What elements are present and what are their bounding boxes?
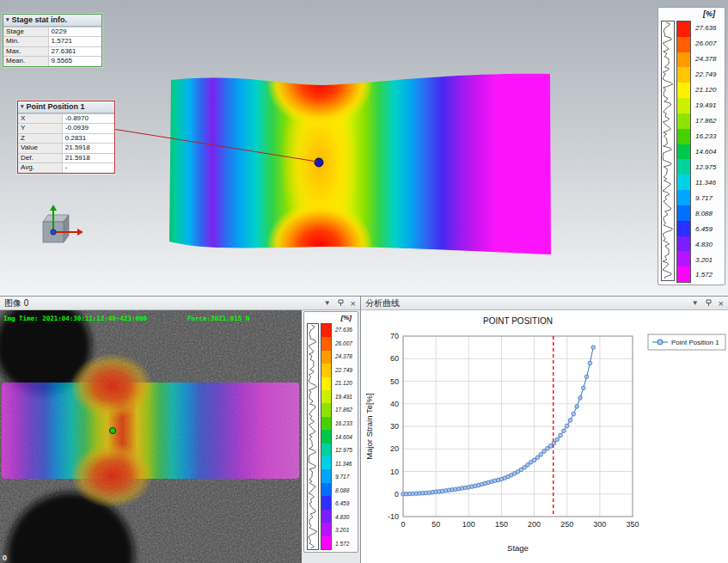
frame-number: 0 bbox=[3, 554, 7, 562]
color-segment bbox=[677, 174, 690, 190]
svg-text:POINT POSITION: POINT POSITION bbox=[483, 316, 553, 326]
stage-stat-titlebar[interactable]: ▾ Stage stat info. bbox=[3, 15, 101, 27]
legend-value: 27.636 bbox=[333, 323, 355, 337]
point-label: Avg. bbox=[18, 163, 63, 173]
legend-value: 6.459 bbox=[333, 497, 355, 511]
point-value: - bbox=[63, 163, 114, 173]
point-row: Y-0.0939 bbox=[18, 123, 114, 133]
svg-text:-10: -10 bbox=[388, 512, 399, 521]
legend-value: 21.120 bbox=[693, 83, 722, 98]
color-segment bbox=[677, 251, 690, 266]
legend-value: 11.346 bbox=[693, 174, 722, 190]
color-segment bbox=[321, 536, 331, 549]
svg-text:350: 350 bbox=[626, 520, 639, 529]
image-panel-titlebar[interactable]: 图像 0 ▼ × bbox=[0, 297, 360, 310]
coordinate-triad-icon[interactable] bbox=[31, 203, 86, 254]
speckle-image bbox=[0, 310, 302, 563]
color-bar bbox=[321, 323, 332, 550]
color-segment bbox=[677, 83, 690, 98]
color-segment bbox=[321, 456, 331, 469]
dropdown-icon[interactable]: ▼ bbox=[692, 299, 699, 307]
legend-value: 4.830 bbox=[693, 236, 722, 252]
svg-text:50: 50 bbox=[431, 520, 440, 529]
color-segment bbox=[321, 351, 331, 364]
color-segment bbox=[677, 21, 690, 37]
3d-strain-view[interactable]: ▾ Stage stat info. Stage0229 Min.1.5721 … bbox=[0, 0, 728, 296]
legend-value: 27.636 bbox=[693, 21, 722, 36]
curve-panel-titlebar[interactable]: 分析曲线 ▼ × bbox=[361, 297, 728, 310]
strain-histogram bbox=[307, 323, 319, 550]
color-segment bbox=[321, 444, 331, 456]
svg-text:150: 150 bbox=[495, 520, 508, 529]
color-segment bbox=[321, 496, 331, 509]
stat-row: Stage0229 bbox=[3, 27, 101, 37]
point-value: -0.8970 bbox=[63, 114, 114, 124]
svg-text:30: 30 bbox=[390, 422, 399, 431]
stat-label: Mean. bbox=[3, 57, 49, 66]
pin-icon[interactable] bbox=[706, 299, 712, 307]
svg-text:100: 100 bbox=[462, 520, 475, 529]
image-point-marker[interactable] bbox=[110, 428, 116, 434]
svg-text:0: 0 bbox=[395, 490, 399, 499]
legend-value: 26.007 bbox=[333, 337, 355, 351]
dropdown-icon[interactable]: ▼ bbox=[324, 299, 331, 307]
close-icon[interactable]: × bbox=[719, 299, 724, 308]
svg-text:Major Strain Te[%]: Major Strain Te[%] bbox=[364, 393, 374, 459]
legend-body: 27.63626.00724.37822.74921.12019.49117.8… bbox=[661, 21, 722, 283]
pin-icon[interactable] bbox=[338, 299, 344, 307]
svg-text:300: 300 bbox=[593, 520, 606, 529]
point-value: 21.5918 bbox=[63, 154, 114, 163]
color-segment bbox=[321, 324, 331, 337]
point-label: Def. bbox=[18, 154, 63, 163]
svg-text:70: 70 bbox=[390, 332, 399, 340]
color-segment bbox=[677, 266, 690, 282]
color-segment bbox=[677, 52, 690, 68]
legend-value: 22.749 bbox=[693, 67, 722, 83]
point-position-titlebar[interactable]: ▾ Point Position 1 bbox=[18, 101, 114, 113]
legend-value: 9.717 bbox=[693, 190, 722, 205]
stat-label: Max. bbox=[3, 47, 49, 57]
legend-value: 14.604 bbox=[693, 144, 722, 160]
legend-value: 24.378 bbox=[693, 52, 722, 67]
color-segment bbox=[321, 377, 331, 390]
close-icon[interactable]: × bbox=[351, 299, 356, 308]
titlebar-buttons: ▼ × bbox=[692, 299, 724, 308]
stat-row: Min.1.5721 bbox=[3, 36, 101, 46]
color-segment bbox=[677, 221, 690, 236]
point-row: Def.21.5918 bbox=[18, 153, 114, 163]
legend-value: 21.120 bbox=[333, 376, 355, 390]
vertical-splitter[interactable] bbox=[360, 297, 361, 563]
legend-value: 17.862 bbox=[693, 113, 722, 129]
collapse-arrow-icon: ▾ bbox=[6, 15, 9, 25]
point-row: Z0.2831 bbox=[18, 133, 114, 144]
legend-value: 3.201 bbox=[333, 523, 355, 537]
measure-point-marker[interactable] bbox=[315, 158, 323, 167]
stat-value: 1.5721 bbox=[49, 37, 101, 46]
legend-unit-label: [%] bbox=[307, 314, 355, 323]
legend-value: 19.491 bbox=[693, 98, 722, 113]
strain-histogram bbox=[661, 21, 675, 281]
color-segment bbox=[677, 190, 690, 205]
svg-text:0: 0 bbox=[401, 520, 405, 529]
strain-color-scale: [%] 27.63626.00724.37822.74921.12019.491… bbox=[658, 7, 725, 285]
color-segment bbox=[321, 523, 331, 535]
legend-value: 1.572 bbox=[693, 267, 722, 283]
color-segment bbox=[677, 205, 690, 221]
stat-row: Max.27.6361 bbox=[3, 46, 101, 57]
analysis-curve-panel: 分析曲线 ▼ × -100102030405060700501001502002… bbox=[361, 297, 728, 563]
legend-value: 17.862 bbox=[333, 403, 355, 417]
svg-text:10: 10 bbox=[390, 468, 399, 476]
legend-value: 16.233 bbox=[333, 417, 355, 431]
horizontal-splitter[interactable] bbox=[0, 296, 728, 297]
legend-value: 26.007 bbox=[693, 36, 722, 52]
color-segment bbox=[677, 67, 690, 83]
camera-image-view[interactable]: Img Time: 2021:04:30:11:12:40:423:000 Fo… bbox=[0, 310, 302, 563]
color-segment bbox=[321, 364, 331, 376]
point-position-title: Point Position 1 bbox=[27, 102, 85, 112]
stage-stat-title: Stage stat info. bbox=[12, 15, 68, 25]
legend-value: 12.975 bbox=[333, 444, 355, 457]
curve-panel-title: 分析曲线 bbox=[365, 297, 688, 309]
stat-value: 9.5565 bbox=[49, 57, 101, 66]
legend-value: 14.604 bbox=[333, 430, 355, 444]
point-value: 0.2831 bbox=[63, 134, 114, 144]
